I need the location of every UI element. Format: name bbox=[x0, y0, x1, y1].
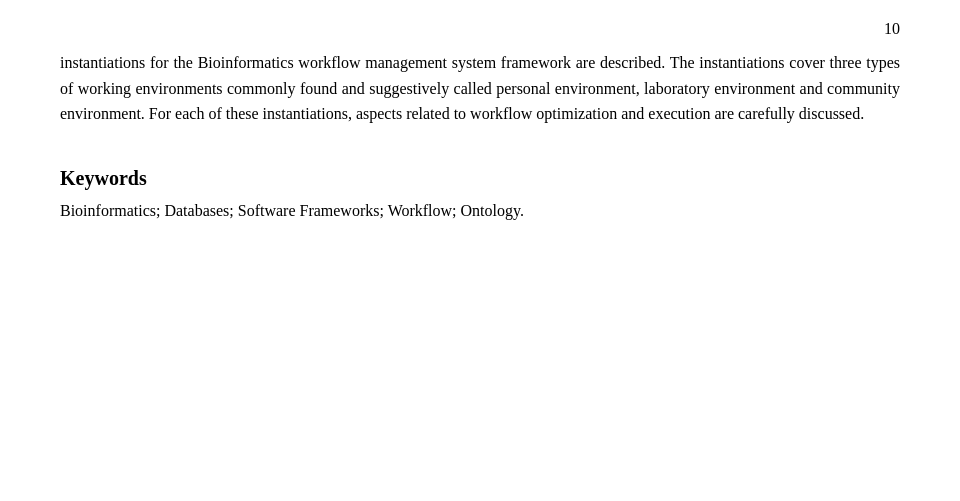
page-number: 10 bbox=[884, 20, 900, 38]
page-container: 10 instantiations for the Bioinformatics… bbox=[0, 0, 960, 501]
content-block: instantiations for the Bioinformatics wo… bbox=[60, 50, 900, 223]
keywords-text: Bioinformatics; Databases; Software Fram… bbox=[60, 198, 900, 224]
keywords-heading: Keywords bbox=[60, 167, 900, 190]
keywords-section: Keywords Bioinformatics; Databases; Soft… bbox=[60, 167, 900, 224]
main-paragraph: instantiations for the Bioinformatics wo… bbox=[60, 50, 900, 127]
